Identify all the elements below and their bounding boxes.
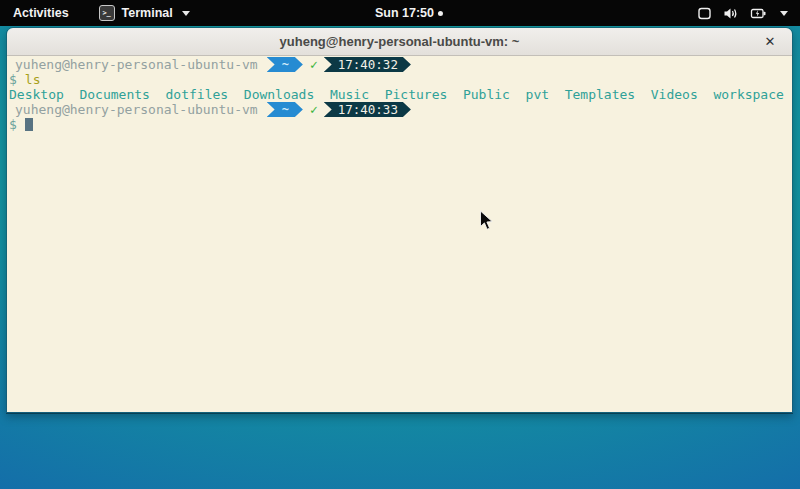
clock-label: Sun 17:50 [375, 6, 434, 20]
prompt-username: yuheng@henry-personal-ubuntu-vm [15, 102, 258, 117]
chevron-down-icon [780, 11, 788, 16]
terminal-content[interactable]: yuheng@henry-personal-ubuntu-vm ~ ✓ 17:4… [7, 56, 792, 412]
terminal-cursor [25, 118, 33, 131]
chevron-down-icon [182, 11, 190, 16]
top-bar: Activities >_ Terminal Sun 17:50 [0, 0, 800, 26]
window-title: yuheng@henry-personal-ubuntu-vm: ~ [280, 34, 520, 49]
system-status-area[interactable] [697, 0, 800, 26]
app-menu-label: Terminal [122, 6, 173, 20]
activities-button[interactable]: Activities [0, 0, 81, 26]
terminal-icon: >_ [99, 5, 115, 21]
prompt-path-segment: ~ [267, 57, 303, 72]
prompt-path: ~ [282, 57, 289, 72]
app-menu-terminal[interactable]: >_ Terminal [99, 0, 190, 26]
ls-output-line: Desktop Documents dotfiles Downloads Mus… [9, 87, 792, 102]
directory-listing: Desktop Documents dotfiles Downloads Mus… [9, 87, 784, 102]
prompt-time: 17:40:32 [338, 57, 398, 72]
battery-charging-icon [750, 6, 767, 21]
prompt-path: ~ [282, 102, 289, 117]
prompt-time-segment: 17:40:33 [324, 102, 411, 117]
current-input-line[interactable]: $ [9, 117, 792, 132]
close-button[interactable]: ✕ [760, 32, 780, 52]
prompt-symbol: $ [9, 117, 17, 132]
command-line: $ ls [9, 72, 792, 87]
prompt-line-1: yuheng@henry-personal-ubuntu-vm ~ ✓ 17:4… [9, 57, 792, 72]
prompt-line-2: yuheng@henry-personal-ubuntu-vm ~ ✓ 17:4… [9, 102, 792, 117]
volume-icon [723, 6, 739, 21]
terminal-window: yuheng@henry-personal-ubuntu-vm: ~ ✕ yuh… [6, 27, 793, 413]
titlebar[interactable]: yuheng@henry-personal-ubuntu-vm: ~ ✕ [7, 28, 792, 56]
prompt-path-segment: ~ [267, 102, 303, 117]
check-icon: ✓ [310, 57, 318, 72]
notification-dot [438, 11, 443, 16]
command-text: ls [25, 72, 41, 87]
prompt-time: 17:40:33 [338, 102, 398, 117]
prompt-username: yuheng@henry-personal-ubuntu-vm [15, 57, 258, 72]
display-icon [697, 6, 712, 21]
prompt-symbol: $ [9, 72, 17, 87]
check-icon: ✓ [310, 102, 318, 117]
prompt-time-segment: 17:40:32 [324, 57, 411, 72]
clock-button[interactable]: Sun 17:50 [375, 0, 443, 26]
